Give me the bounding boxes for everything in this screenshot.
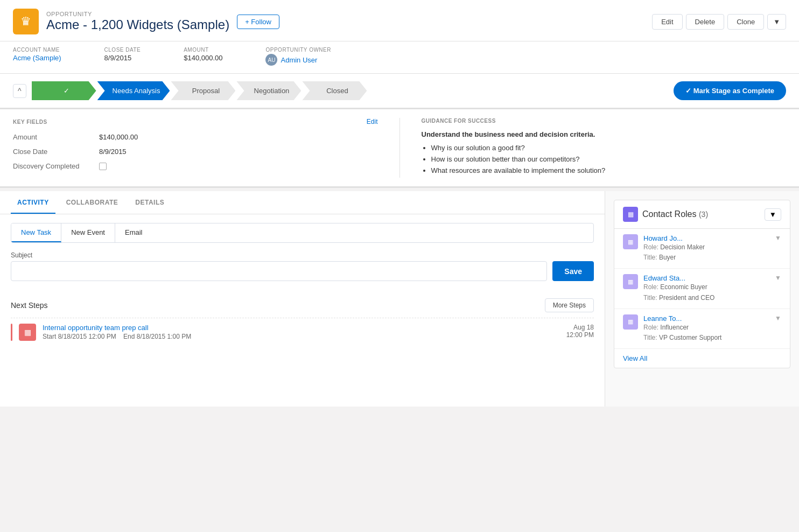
next-steps-header: Next Steps More Steps — [11, 298, 594, 312]
contact-roles-title: Contact Roles (3) — [642, 209, 708, 219]
close-date-field-row: Close Date 8/9/2015 — [13, 148, 378, 156]
discovery-checkbox-field[interactable] — [99, 163, 107, 170]
view-all-link[interactable]: View All — [614, 349, 790, 368]
event-end: End 8/18/2015 1:00 PM — [123, 333, 191, 340]
contact-meta-0: Role: Decision Maker Title: Buyer — [643, 242, 769, 263]
contact-dropdown-0[interactable]: ▼ — [775, 234, 781, 242]
close-date-field: CLOSE DATE 8/9/2015 — [104, 47, 141, 66]
amount-field-label: Amount — [13, 133, 99, 141]
task-form: Subject Save — [11, 251, 594, 281]
guidance-label: GUIDANCE FOR SUCCESS — [422, 118, 787, 124]
fields-guidance-inner: KEY FIELDS Edit Amount $140,000.00 Close… — [13, 118, 786, 178]
right-panel: ▦ Contact Roles (3) ▼ ▦ Howard Jo... — [605, 191, 799, 407]
contact-meta-1: Role: Economic Buyer Title: President an… — [643, 282, 769, 303]
guidance-bullet-2: How is our solution better than our comp… — [431, 155, 787, 163]
event-item: ▦ Internal opportunity team prep call St… — [11, 318, 594, 346]
event-content: Internal opportunity team prep call Star… — [43, 324, 560, 340]
stage-proposal[interactable]: Proposal — [171, 81, 235, 100]
guidance-bullet-3: What resources are available to implemen… — [431, 166, 787, 174]
discovery-checkbox[interactable] — [99, 163, 107, 170]
contact-name-1[interactable]: Edward Sta... — [643, 274, 769, 282]
stage-completed[interactable]: ✓ — [32, 81, 96, 100]
event-title[interactable]: Internal opportunity team prep call — [43, 324, 560, 332]
contact-icon-2: ▦ — [623, 314, 638, 330]
guidance-bullet-1: Why is our solution a good fit? — [431, 144, 787, 152]
task-tab-new-event[interactable]: New Event — [61, 223, 115, 242]
close-date-value: 8/9/2015 — [104, 54, 141, 62]
contact-roles-icon: ▦ — [623, 207, 638, 222]
contact-name-0[interactable]: Howard Jo... — [643, 234, 769, 242]
key-fields-label: KEY FIELDS — [13, 119, 47, 125]
tab-details[interactable]: DETAILS — [129, 191, 171, 214]
stages: ✓ Needs Analysis Proposal Negotiation Cl… — [32, 81, 668, 100]
tab-activity[interactable]: ACTIVITY — [11, 191, 55, 214]
contact-roles-card: ▦ Contact Roles (3) ▼ ▦ Howard Jo... — [614, 200, 790, 368]
stage-toggle-button[interactable]: ^ — [13, 84, 26, 98]
tab-collaborate[interactable]: COLLABORATE — [60, 191, 125, 214]
meta-row: ACCOUNT NAME Acme (Sample) CLOSE DATE 8/… — [0, 41, 799, 74]
close-date-field-label: Close Date — [13, 148, 99, 156]
event-date: Aug 18 12:00 PM — [566, 324, 594, 339]
opportunity-label: OPPORTUNITY — [46, 11, 229, 17]
event-icon-symbol: ▦ — [24, 328, 31, 337]
contact-info-0: Howard Jo... Role: Decision Maker Title:… — [643, 234, 769, 263]
card-title-row: ▦ Contact Roles (3) — [623, 207, 708, 222]
discovery-field-label: Discovery Completed — [13, 162, 99, 170]
account-name-value[interactable]: Acme (Sample) — [13, 54, 61, 62]
next-steps-section: Next Steps More Steps ▦ Internal opportu… — [0, 290, 605, 346]
task-tab-email[interactable]: Email — [115, 223, 152, 242]
contact-roles-icon-symbol: ▦ — [628, 211, 634, 218]
discovery-field-row: Discovery Completed — [13, 162, 378, 170]
key-fields-edit-link[interactable]: Edit — [367, 118, 378, 125]
contact-name-2[interactable]: Leanne To... — [643, 314, 769, 323]
opportunity-icon: ♛ — [13, 9, 39, 34]
contact-icon-symbol-1: ▦ — [628, 278, 633, 285]
card-header: ▦ Contact Roles (3) ▼ — [614, 200, 790, 229]
task-tab-new-task[interactable]: New Task — [11, 223, 61, 242]
save-button[interactable]: Save — [552, 261, 594, 281]
event-icon: ▦ — [19, 324, 36, 341]
actions-dropdown-button[interactable]: ▼ — [767, 14, 786, 30]
contact-dropdown-1[interactable]: ▼ — [775, 274, 781, 282]
contact-dropdown-2[interactable]: ▼ — [775, 314, 781, 322]
amount-value: $140,000.00 — [184, 54, 222, 62]
owner-value[interactable]: Admin User — [281, 56, 317, 64]
subject-row: Save — [11, 261, 594, 281]
contact-item-1: ▦ Edward Sta... Role: Economic Buyer Tit… — [614, 269, 790, 309]
event-time-value: 12:00 PM — [566, 331, 594, 339]
mark-stage-complete-button[interactable]: ✓ Mark Stage as Complete — [674, 81, 786, 100]
delete-button[interactable]: Delete — [686, 14, 725, 30]
contact-roles-dropdown-button[interactable]: ▼ — [765, 208, 781, 221]
event-date-value: Aug 18 — [566, 324, 594, 331]
guidance-bullets: Why is our solution a good fit? How is o… — [422, 144, 787, 174]
header-actions: Edit Delete Clone ▼ — [652, 14, 786, 30]
key-fields-header: KEY FIELDS Edit — [13, 118, 378, 125]
clone-button[interactable]: Clone — [727, 14, 764, 30]
account-name-field: ACCOUNT NAME Acme (Sample) — [13, 47, 61, 66]
stage-needs-analysis[interactable]: Needs Analysis — [97, 81, 170, 100]
subject-label: Subject — [11, 251, 594, 259]
stage-negotiation[interactable]: Negotiation — [236, 81, 301, 100]
edit-button[interactable]: Edit — [652, 14, 682, 30]
owner-label: OPPORTUNITY OWNER — [265, 47, 331, 53]
follow-button[interactable]: + Follow — [237, 15, 279, 29]
amount-field-row: Amount $140,000.00 — [13, 133, 378, 141]
header-title-block: OPPORTUNITY Acme - 1,200 Widgets (Sample… — [46, 11, 229, 32]
stage-closed[interactable]: Closed — [302, 81, 367, 100]
contact-info-2: Leanne To... Role: Influencer Title: VP … — [643, 314, 769, 343]
contact-item-0: ▦ Howard Jo... Role: Decision Maker Titl… — [614, 229, 790, 269]
contact-meta-2: Role: Influencer Title: VP Customer Supp… — [643, 323, 769, 343]
page-title: Acme - 1,200 Widgets (Sample) — [46, 17, 229, 32]
more-steps-button[interactable]: More Steps — [545, 298, 594, 312]
amount-field-value: $140,000.00 — [99, 133, 138, 141]
close-date-label: CLOSE DATE — [104, 47, 141, 53]
bottom-section: ACTIVITY COLLABORATE DETAILS New Task Ne… — [0, 191, 799, 407]
next-steps-title: Next Steps — [11, 301, 47, 310]
subject-input[interactable] — [11, 261, 547, 281]
amount-label: AMOUNT — [184, 47, 222, 53]
event-meta: Start 8/18/2015 12:00 PM End 8/18/2015 1… — [43, 333, 560, 340]
contact-item-2: ▦ Leanne To... Role: Influencer Title: V… — [614, 309, 790, 349]
avatar: AU — [265, 54, 277, 66]
key-fields-section: KEY FIELDS Edit Amount $140,000.00 Close… — [13, 118, 400, 178]
event-start: Start 8/18/2015 12:00 PM — [43, 333, 116, 340]
